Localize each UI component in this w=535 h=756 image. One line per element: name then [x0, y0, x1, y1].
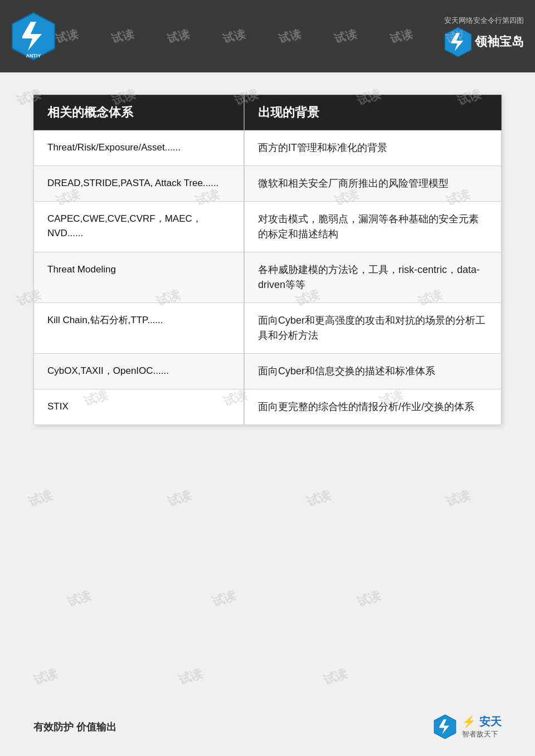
table-row-0-col1: Threat/Risk/Exposure/Asset...... [34, 130, 245, 166]
footer-logo: ⚡ 安天 智者敌天下 [432, 714, 502, 739]
header-watermark-5: 试读 [277, 26, 303, 46]
footer-tagline: 有效防护 价值输出 [33, 720, 116, 734]
watermark-19: 试读 [444, 486, 473, 510]
table-row-3-col2: 各种威胁建模的方法论，工具，risk-centric，data-driven等等 [244, 252, 501, 303]
table-row-6-col2: 面向更完整的综合性的情报分析/作业/交换的体系 [244, 389, 501, 425]
main-content: 相关的概念体系 出现的背景 Threat/Risk/Exposure/Asset… [0, 72, 535, 447]
page-footer: 有效防护 价值输出 ⚡ 安天 智者敌天下 [0, 714, 535, 739]
table-row-0-col2: 西方的IT管理和标准化的背景 [244, 130, 501, 166]
watermark-16: 试读 [26, 486, 55, 510]
table-row-1-col1: DREAD,STRIDE,PASTA, Attack Tree...... [34, 166, 245, 202]
watermark-25: 试读 [321, 665, 350, 689]
watermark-21: 试读 [210, 587, 239, 611]
table-row: CybOX,TAXII，OpenIOC......面向Cyber和信息交换的描述… [34, 354, 502, 389]
col1-header: 相关的概念体系 [34, 95, 245, 130]
header-watermark-2: 试读 [110, 26, 135, 46]
table-header-row: 相关的概念体系 出现的背景 [34, 95, 502, 130]
table-row-5-col1: CybOX,TAXII，OpenIOC...... [34, 354, 245, 389]
table-row: DREAD,STRIDE,PASTA, Attack Tree......微软和… [34, 166, 502, 202]
concepts-table: 相关的概念体系 出现的背景 Threat/Risk/Exposure/Asset… [33, 95, 502, 425]
table-row-4-col1: Kill Chain,钻石分析,TTP...... [34, 303, 245, 354]
watermark-23: 试读 [31, 665, 60, 689]
table-row-1-col2: 微软和相关安全厂商所推出的风险管理模型 [244, 166, 501, 202]
col2-header: 出现的背景 [244, 95, 501, 130]
footer-logo-slogan: 智者敌天下 [462, 729, 502, 739]
header-watermark-6: 试读 [333, 26, 358, 46]
table-row-6-col1: STIX [34, 389, 245, 425]
header-watermarks: 试读 试读 试读 试读 试读 试读 试读 试读 [45, 0, 463, 72]
header-watermark-1: 试读 [54, 26, 80, 46]
table-row-3-col1: Threat Modeling [34, 252, 245, 303]
header-watermark-7: 试读 [388, 26, 414, 46]
table-row-2-col2: 对攻击模式，脆弱点，漏洞等各种基础的安全元素的标定和描述结构 [244, 202, 501, 252]
watermark-18: 试读 [304, 486, 333, 510]
table-row: Threat Modeling各种威胁建模的方法论，工具，risk-centri… [34, 252, 502, 303]
table-row-4-col2: 面向Cyber和更高强度的攻击和对抗的场景的分析工具和分析方法 [244, 303, 501, 354]
watermark-20: 试读 [65, 587, 94, 611]
watermark-22: 试读 [354, 587, 383, 611]
page-header: ANTIY 试读 试读 试读 试读 试读 试读 试读 试读 安天网络安全令行第四… [0, 0, 535, 72]
footer-logo-text: ⚡ 安天 智者敌天下 [462, 714, 502, 739]
watermark-24: 试读 [176, 665, 205, 689]
table-row: Threat/Risk/Exposure/Asset......西方的IT管理和… [34, 130, 502, 166]
header-right-logo-cn: 领袖宝岛 [475, 33, 524, 50]
watermark-17: 试读 [165, 486, 194, 510]
table-row: STIX面向更完整的综合性的情报分析/作业/交换的体系 [34, 389, 502, 425]
table-row-2-col1: CAPEC,CWE,CVE,CVRF，MAEC，NVD...... [34, 202, 245, 252]
header-watermark-3: 试读 [166, 26, 191, 46]
header-watermark-4: 试读 [221, 26, 247, 46]
footer-cn-name: 安天 [479, 715, 502, 728]
table-row: CAPEC,CWE,CVE,CVRF，MAEC，NVD......对攻击模式，脆… [34, 202, 502, 252]
table-row: Kill Chain,钻石分析,TTP......面向Cyber和更高强度的攻击… [34, 303, 502, 354]
footer-logo-cn: ⚡ 安天 [462, 714, 502, 729]
header-watermark-8: 试读 [444, 26, 463, 46]
svg-text:ANTIY: ANTIY [26, 53, 41, 58]
table-row-5-col2: 面向Cyber和信息交换的描述和标准体系 [244, 354, 501, 389]
